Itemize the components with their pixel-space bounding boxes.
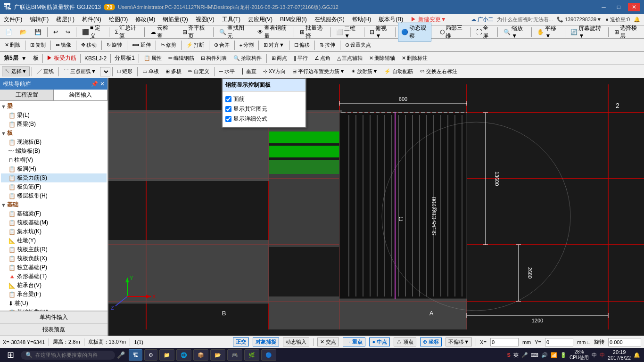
tb-offset[interactable]: ⊟ 偏移 xyxy=(291,40,313,50)
tb-set-vertex[interactable]: ⊙ 设置夹点 xyxy=(342,40,374,50)
taskbar-app-blue[interactable]: 🔵 xyxy=(261,349,276,361)
tree-group-foundation[interactable]: ▼ 基础 xyxy=(1,200,107,209)
tb-rectangle[interactable]: □ 矩形 xyxy=(115,66,135,76)
tb-two-point[interactable]: ⊞ 两点 xyxy=(269,53,290,63)
tb-save[interactable]: 💾 xyxy=(31,27,45,37)
tb-find-element[interactable]: 🔍 查找图元 xyxy=(216,23,249,41)
tb-horizontal[interactable]: ─ 水平 xyxy=(216,66,238,76)
chinese-mode[interactable]: 中 xyxy=(592,352,597,359)
keyboard-icon[interactable]: ⌨ xyxy=(531,352,538,358)
tb-line[interactable]: ╱ 直线 xyxy=(34,66,57,76)
show-formula-checkbox[interactable] xyxy=(225,116,231,122)
tb-define[interactable]: ⬛ ■ 定义 xyxy=(79,23,107,41)
notification-tray-icon[interactable]: 🔔 xyxy=(634,352,640,358)
menu-edit[interactable]: 编辑(E) xyxy=(26,14,52,25)
tb-batch-select[interactable]: ⊞ 批量选择 xyxy=(297,23,328,41)
tb-3d[interactable]: ⬜ 三维▼ xyxy=(333,23,361,41)
tb-align[interactable]: ⊞ 对齐▼ xyxy=(261,40,287,50)
tree-group-slab[interactable]: ▼ 板 xyxy=(1,129,107,138)
tree-item-slab-hole[interactable]: 📋 板洞(H) xyxy=(1,165,107,173)
show-elements-checkbox[interactable] xyxy=(225,106,231,112)
tb-new[interactable]: 📄 xyxy=(2,27,16,37)
menu-floor[interactable]: 楼层(L) xyxy=(52,14,78,25)
sidebar-tab-draw[interactable]: 绘图输入 xyxy=(54,90,107,100)
close-button[interactable]: ✕ xyxy=(628,3,640,11)
menu-file[interactable]: 文件(F) xyxy=(0,14,26,25)
taskbar-app-files[interactable]: 📂 xyxy=(210,349,225,361)
taskbar-app-ggj[interactable]: 🏗 xyxy=(129,349,142,361)
tb-merge[interactable]: ⊕ 合并 xyxy=(211,40,232,50)
taskbar-app-game[interactable]: 🎮 xyxy=(227,349,242,361)
taskbar-app-edge[interactable]: 🌐 xyxy=(176,349,191,361)
tb-vertical[interactable]: │ 垂直 xyxy=(239,66,259,76)
tree-item-spiral-slab[interactable]: 〰 螺旋板(B) xyxy=(1,147,107,156)
tree-item-isolated-found[interactable]: 📋 独立基础(P) xyxy=(1,263,107,272)
tb-trim[interactable]: ✂ 修剪 xyxy=(158,40,179,50)
rotate-input[interactable] xyxy=(608,338,641,346)
tb-radial-rebar[interactable]: ✴ 放射筋▼ xyxy=(348,66,380,76)
notification-icon[interactable]: 🔔 xyxy=(634,16,640,23)
taskbar-app-green[interactable]: 🌿 xyxy=(244,349,259,361)
tb-open[interactable]: 📂 xyxy=(17,27,30,37)
tb-xy-dir[interactable]: ⊹ XY方向 xyxy=(260,66,289,76)
tb-pan[interactable]: ✋ 平移▼ xyxy=(534,23,562,41)
tb-parallel-edge[interactable]: ⊟ 平行边布置受力筋▼ xyxy=(289,66,347,76)
tb-summary[interactable]: Σ 汇总计算 xyxy=(112,23,142,41)
vertex-btn[interactable]: △ 顶点 xyxy=(394,337,416,346)
tb-flatten[interactable]: ⊟ 齐平板页 xyxy=(179,23,210,41)
tb-cloud-check[interactable]: ☁ 云检查 xyxy=(147,23,174,41)
tree-item-found-beam[interactable]: 📋 基础梁(F) xyxy=(1,209,107,218)
tree-item-floor-band[interactable]: 📋 楼层板带(H) xyxy=(1,191,107,200)
intersection-btn[interactable]: ✕ 交点 xyxy=(317,337,339,346)
arc-select[interactable] xyxy=(100,67,110,76)
tb-property[interactable]: 📋 属性 xyxy=(141,53,165,63)
tree-item-slab-force-rebar[interactable]: 📋 板受力筋(S) xyxy=(1,173,107,182)
cad-canvas-area[interactable]: 钢筋显示控制面板 面筋 显示其它图元 显示详细公式 xyxy=(108,78,644,336)
center-btn[interactable]: ● 中点 xyxy=(369,337,390,346)
check-show-elements[interactable]: 显示其它图元 xyxy=(225,104,303,114)
tb-three-point-aux[interactable]: △ 三点辅轴 xyxy=(334,53,365,63)
tb-screen-rotate[interactable]: 🔄 屏幕旋转▼ xyxy=(567,23,605,41)
tb-drag[interactable]: ⇅ 拉伸 xyxy=(317,40,338,50)
check-show-formula[interactable]: 显示详细公式 xyxy=(225,114,303,124)
minimize-button[interactable]: ─ xyxy=(598,3,610,11)
tb-point-angle[interactable]: ∠ 点角 xyxy=(312,53,333,63)
single-component-btn[interactable]: 单构件输入 xyxy=(0,311,107,323)
tree-item-pile-cap[interactable]: 📐 桩承台(V) xyxy=(1,281,107,290)
speech-icon[interactable]: 🔊 xyxy=(541,352,548,358)
tb-multi-board[interactable]: ⊞ 多板 xyxy=(163,66,184,76)
tb-fullscreen[interactable]: ⛶ 全屏 xyxy=(473,23,495,41)
taskbar-app-settings[interactable]: ⚙ xyxy=(144,349,157,361)
tray-icon-network[interactable]: 📶 xyxy=(551,352,557,358)
tray-icon-battery[interactable]: 🔋 xyxy=(560,352,567,358)
mic-tray-icon[interactable]: 🎤 xyxy=(521,352,528,358)
tb-undo[interactable]: ↩ xyxy=(50,27,61,37)
ortho-btn[interactable]: 正交 xyxy=(233,337,249,346)
tree-item-raft[interactable]: 📋 筏板基础(M) xyxy=(1,218,107,227)
tb-custom[interactable]: ✏ 自定义 xyxy=(185,66,212,76)
tree-item-sump[interactable]: 📋 集水坑(K) xyxy=(1,227,107,236)
tree-item-strip-found[interactable]: 🔺 条形基础(T) xyxy=(1,272,107,281)
tb-select-floor[interactable]: ⊞ 选择楼层 xyxy=(611,23,642,41)
tree-item-ring-beam[interactable]: 📋 圈梁(B) xyxy=(1,120,107,129)
ime-label[interactable]: 英 xyxy=(513,352,519,359)
tb-zoom-out[interactable]: 🔍 缩放▼ xyxy=(500,23,528,41)
tb-select[interactable]: ↖ 选择▼ xyxy=(2,66,30,76)
tb-cut[interactable]: ⚡ 打断 xyxy=(183,40,207,50)
tb-swap-mark[interactable]: ⇔ 交换左右标注 xyxy=(417,66,460,76)
tb-pick-component[interactable]: 🔍 拾取构件 xyxy=(231,53,264,63)
tree-item-beam-l[interactable]: 📋 梁(L) xyxy=(1,111,107,120)
no-offset-btn[interactable]: 不偏移▼ xyxy=(446,337,472,346)
start-button[interactable]: ⊞ xyxy=(0,348,21,362)
tb-parallel[interactable]: ‖ 平行 xyxy=(291,53,311,63)
coord-btn[interactable]: ⊕ 坐标 xyxy=(420,337,442,346)
face-rebar-checkbox[interactable] xyxy=(225,96,231,102)
tree-item-cap-beam[interactable]: 📋 承台梁(F) xyxy=(1,290,107,299)
taskbar-app-folder[interactable]: 📁 xyxy=(159,349,174,361)
ime-zh-icon[interactable]: 中 xyxy=(600,352,605,359)
phone-number[interactable]: 📞 13907298339▼ xyxy=(557,16,602,23)
tb-rotate[interactable]: ↻ 旋转 xyxy=(104,40,125,50)
tb-edit-rebar[interactable]: ✏ 编辑钢筋 xyxy=(165,53,197,63)
sidebar-pin-icon[interactable]: 📌 xyxy=(91,81,98,87)
midpoint-btn[interactable]: → 重点 xyxy=(343,337,365,346)
